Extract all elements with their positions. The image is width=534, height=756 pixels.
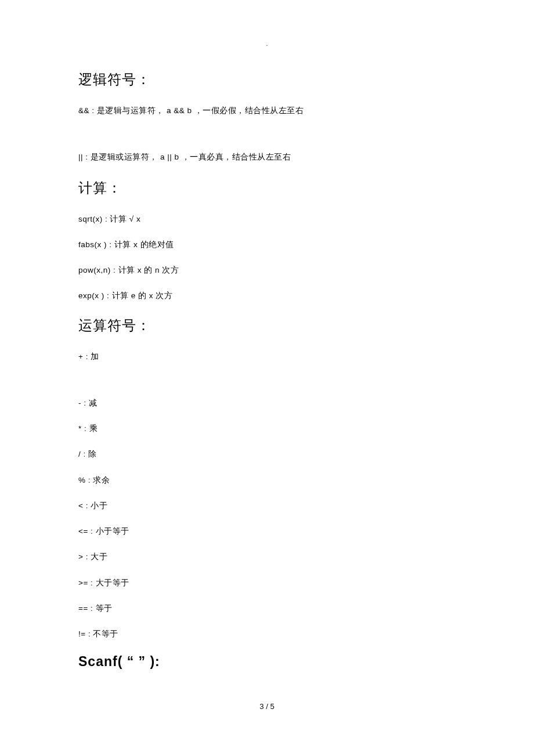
calc-item-3: exp(x ) : 计算 e 的 x 次方 <box>78 290 456 302</box>
calc-item-0: sqrt(x) : 计算 √ x <box>78 214 456 225</box>
ops-item-2: * : 乘 <box>78 423 456 435</box>
ops-item-6: <= : 小于等于 <box>78 526 456 537</box>
section-title-logic: 逻辑符号： <box>78 70 456 89</box>
calc-item-2: pow(x,n) : 计算 x 的 n 次方 <box>78 265 456 276</box>
ops-item-8: >= : 大于等于 <box>78 577 456 589</box>
ops-item-1: - : 减 <box>78 397 456 409</box>
section-title-ops: 运算符号： <box>78 316 456 335</box>
section-title-scanf: Scanf( “ ” ): <box>78 654 456 670</box>
section-title-calc: 计算： <box>78 179 456 197</box>
ops-item-3: / : 除 <box>78 448 456 460</box>
ops-item-10: != : 不等于 <box>78 628 456 640</box>
ops-item-0: + : 加 <box>78 351 456 363</box>
top-dot: . <box>78 41 456 47</box>
calc-item-1: fabs(x ) : 计算 x 的绝对值 <box>78 239 456 251</box>
ops-item-7: > : 大于 <box>78 551 456 563</box>
ops-item-4: % : 求余 <box>78 475 456 486</box>
page-footer: 3 / 5 <box>0 702 534 711</box>
page-content: . 逻辑符号： && : 是逻辑与运算符， a && b ，一假必假，结合性从左… <box>0 0 534 670</box>
logic-item-0: && : 是逻辑与运算符， a && b ，一假必假，结合性从左至右 <box>78 105 456 117</box>
logic-item-1: || : 是逻辑或运算符， a || b ，一真必真，结合性从左至右 <box>78 151 456 163</box>
ops-item-9: == : 等于 <box>78 603 456 614</box>
ops-item-5: < : 小于 <box>78 500 456 512</box>
